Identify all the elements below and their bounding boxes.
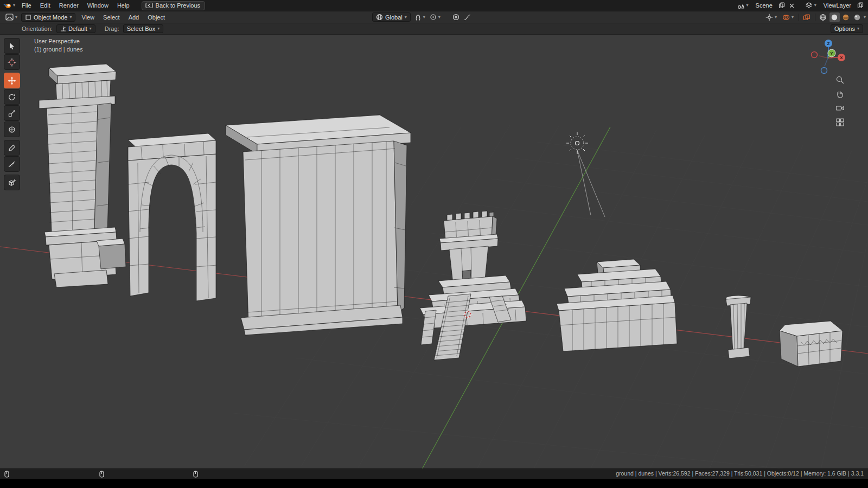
- viewport-header: ▾ Object Mode ▾ View Select Add Object G…: [0, 11, 868, 23]
- falloff-curve-icon: [464, 14, 471, 21]
- tool-add-cube[interactable]: [4, 175, 20, 190]
- options-dropdown[interactable]: Options ▾: [831, 24, 863, 33]
- model-monolith[interactable]: [226, 115, 411, 335]
- chevron-down-icon: ▾: [405, 15, 407, 20]
- menu-select[interactable]: Select: [99, 14, 124, 21]
- annotate-pen-icon: [8, 144, 16, 152]
- viewlayer-name[interactable]: ViewLayer: [820, 2, 854, 9]
- scene-browse-button[interactable]: ▾: [735, 2, 751, 10]
- scene-icon: [737, 2, 745, 9]
- back-to-previous-button[interactable]: Back to Previous: [142, 1, 206, 10]
- show-gizmo-toggle[interactable]: ▾: [763, 13, 779, 22]
- mouse-hint-icon: [193, 471, 198, 479]
- view-perspective-label: User Perspective: [34, 37, 83, 46]
- chevron-down-icon: ▾: [438, 15, 441, 20]
- measure-ruler-icon: [8, 160, 16, 169]
- left-toolbar: [4, 38, 21, 190]
- magnet-icon: [414, 14, 422, 21]
- orientation-dropdown[interactable]: Default ▾: [56, 24, 95, 33]
- scene-stats: ground | dunes | Verts:26,592 | Faces:27…: [616, 470, 864, 477]
- snap-target-dropdown[interactable]: ▾: [427, 13, 443, 21]
- tool-scale[interactable]: [4, 105, 20, 121]
- model-tower[interactable]: [39, 64, 126, 287]
- shading-solid-button[interactable]: [829, 12, 840, 22]
- tool-move[interactable]: [4, 73, 20, 88]
- drag-dropdown[interactable]: Select Box ▾: [123, 24, 164, 33]
- shading-rendered-icon: [853, 14, 861, 21]
- scene-name[interactable]: Scene: [752, 2, 776, 9]
- close-icon: [789, 3, 795, 9]
- menu-window[interactable]: Window: [83, 0, 113, 11]
- orientation-label: Orientation:: [22, 25, 53, 32]
- move-tool-icon: [8, 76, 16, 85]
- menu-edit[interactable]: Edit: [36, 0, 55, 11]
- gizmo-z-label: Z: [827, 41, 830, 46]
- menu-render[interactable]: Render: [55, 0, 83, 11]
- model-arch[interactable]: [128, 133, 217, 301]
- viewport[interactable]: [0, 35, 868, 479]
- show-overlays-toggle[interactable]: ▾: [780, 13, 796, 22]
- model-stepped-platform[interactable]: [557, 259, 677, 351]
- topbar: ▾ File Edit Render Window Help Back to P…: [0, 0, 868, 11]
- shading-rendered-button[interactable]: [852, 12, 863, 22]
- xray-icon: [803, 14, 810, 21]
- menu-file[interactable]: File: [17, 0, 36, 11]
- tool-select-box[interactable]: [4, 38, 20, 54]
- tool-transform[interactable]: [4, 121, 20, 137]
- tool-rotate[interactable]: [4, 89, 20, 105]
- blender-menu-button[interactable]: ▾: [0, 2, 17, 9]
- unlink-scene-button[interactable]: [788, 2, 796, 9]
- cursor-tool-icon: [8, 58, 16, 67]
- overlays-icon: [782, 14, 790, 21]
- tool-settings-bar: Orientation: Default ▾ Drag: Select Box …: [0, 23, 868, 35]
- mode-dropdown[interactable]: Object Mode ▾: [21, 13, 75, 22]
- shading-material-button[interactable]: [841, 12, 851, 22]
- new-scene-button[interactable]: [777, 2, 786, 9]
- navigation-gizmo[interactable]: Z X Y: [808, 38, 847, 78]
- new-viewlayer-button[interactable]: [856, 2, 865, 9]
- duplicate-icon: [857, 2, 864, 9]
- camera-icon[interactable]: [835, 104, 845, 113]
- select-box-icon: [8, 42, 16, 50]
- tool-measure[interactable]: [4, 156, 20, 172]
- shading-options-dropdown[interactable]: ▾: [864, 15, 866, 20]
- menu-view[interactable]: View: [77, 14, 99, 21]
- chevron-down-icon: ▾: [775, 15, 777, 20]
- snap-toggle[interactable]: ▾: [412, 13, 427, 21]
- tool-cursor[interactable]: [4, 54, 20, 70]
- transform-orientation-dropdown[interactable]: Global ▾: [372, 12, 411, 22]
- viewport-side-controls: [835, 75, 845, 127]
- pan-hand-icon[interactable]: [835, 89, 845, 99]
- model-column[interactable]: [726, 296, 751, 358]
- toggle-xray-button[interactable]: [802, 12, 812, 22]
- mouse-hint-icon: [4, 471, 9, 479]
- chevron-down-icon: ▾: [423, 15, 425, 20]
- proportional-falloff-dropdown[interactable]: [462, 13, 473, 21]
- gizmo-y-label: Y: [830, 51, 833, 56]
- menu-add[interactable]: Add: [124, 14, 144, 21]
- tool-annotate[interactable]: [4, 140, 20, 156]
- proportional-editing-toggle[interactable]: [450, 13, 462, 21]
- model-crate[interactable]: [780, 321, 843, 367]
- shading-wireframe-button[interactable]: [818, 12, 828, 22]
- zoom-icon[interactable]: [835, 75, 845, 85]
- header-right-controls: ▾ ▾: [763, 11, 866, 23]
- gizmo-axis-neg-x[interactable]: [812, 52, 818, 58]
- menu-object[interactable]: Object: [143, 14, 169, 21]
- bottom-strip: [0, 479, 868, 488]
- chevron-down-icon: ▾: [15, 15, 17, 20]
- ortho-grid-icon[interactable]: [835, 118, 845, 127]
- viewlayer-icon: [805, 2, 813, 9]
- menu-help[interactable]: Help: [113, 0, 134, 11]
- editor-type-button[interactable]: ▾: [3, 13, 20, 21]
- axis-icon: [60, 26, 66, 32]
- sun-lamp[interactable]: [566, 132, 605, 217]
- header-center-controls: Global ▾ ▾ ▾: [371, 11, 473, 23]
- back-screen-icon: [145, 2, 153, 9]
- shading-material-icon: [842, 14, 850, 21]
- viewlayer-browse-button[interactable]: ▾: [803, 1, 819, 10]
- separator: [799, 14, 799, 21]
- active-object-label: (1) ground | dunes: [34, 46, 83, 54]
- gizmo-axis-neg-z[interactable]: [821, 68, 827, 74]
- model-temple-stairs[interactable]: [420, 211, 526, 360]
